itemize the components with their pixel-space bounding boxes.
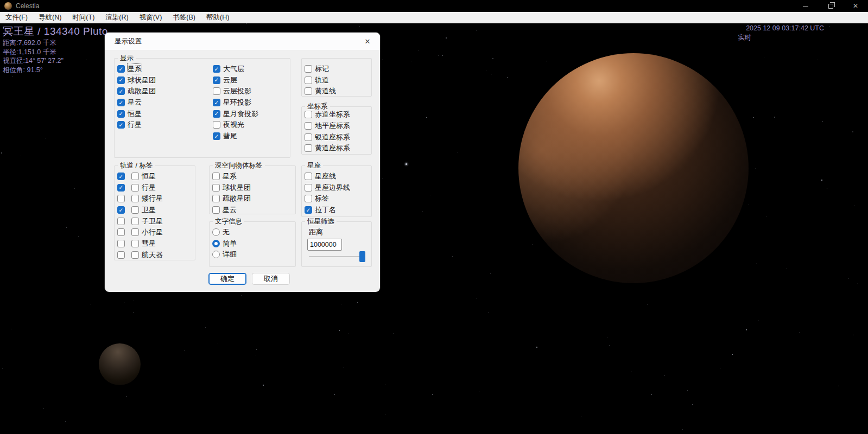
checkbox[interactable] [117, 110, 125, 118]
menu-render[interactable]: 渲染(R) [100, 12, 134, 23]
minimize-button[interactable] [793, 0, 818, 12]
checkbox-row-comettails[interactable]: 彗尾 [210, 131, 290, 142]
checkbox-row-nightlights[interactable]: 夜视光 [210, 119, 290, 131]
checkbox[interactable] [213, 65, 220, 73]
checkbox-row-eclipseshadows[interactable]: 星月食投影 [210, 108, 290, 119]
label-checkbox[interactable] [131, 228, 139, 236]
checkbox[interactable] [305, 173, 312, 180]
checkbox-row-openclusters[interactable]: 疏散星团 [115, 86, 210, 97]
checkbox-row-globulars[interactable]: 球状星团 [115, 74, 210, 86]
checkbox[interactable] [305, 133, 312, 141]
planet-pluto[interactable] [518, 53, 749, 283]
checkbox[interactable] [305, 206, 312, 214]
menu-bookmarks[interactable]: 书签(B) [167, 12, 201, 23]
orbit-label-row-planets[interactable]: 行星 [115, 182, 195, 193]
checkbox[interactable] [305, 144, 312, 152]
label-checkbox[interactable] [131, 251, 139, 259]
checkbox[interactable] [117, 87, 125, 95]
orbit-label-row-stars[interactable]: 恒星 [115, 171, 195, 182]
checkbox-row-constellation-borders[interactable]: 星座边界线 [302, 182, 371, 193]
checkbox-row-cloudshadows[interactable]: 云层投影 [210, 86, 290, 97]
restore-button[interactable] [818, 0, 843, 12]
checkbox[interactable] [305, 184, 312, 192]
checkbox[interactable] [213, 87, 220, 95]
orbit-checkbox[interactable] [117, 251, 125, 259]
checkbox-row-ringshadows[interactable]: 星环投影 [210, 97, 290, 108]
checkbox-row-galaxies[interactable]: 星系 [115, 63, 210, 75]
menu-help[interactable]: 帮助(H) [201, 12, 235, 23]
checkbox[interactable] [213, 132, 220, 140]
distance-slider-handle[interactable] [359, 251, 365, 262]
close-button[interactable]: ✕ [843, 0, 868, 12]
orbit-label-row-dwarfplanets[interactable]: 矮行星 [115, 193, 195, 205]
label-checkbox[interactable] [131, 195, 139, 202]
orbit-label-row-comets[interactable]: 彗星 [115, 238, 195, 250]
checkbox-row-ecliptic[interactable]: 黄道线 [302, 86, 371, 97]
checkbox-row-orbits[interactable]: 轨道 [302, 74, 371, 86]
checkbox[interactable] [117, 99, 125, 106]
checkbox[interactable] [305, 111, 312, 118]
checkbox[interactable] [212, 206, 220, 214]
checkbox-row-horizontal[interactable]: 地平座标系 [302, 120, 371, 132]
radio-button[interactable] [212, 228, 220, 236]
orbit-checkbox[interactable] [117, 228, 125, 236]
checkbox-row-constellation-lines[interactable]: 星座线 [302, 171, 371, 182]
label-checkbox[interactable] [131, 206, 139, 214]
checkbox-row-dso-galaxies[interactable]: 星系 [210, 171, 295, 182]
checkbox-row-atmospheres[interactable]: 大气层 [210, 63, 290, 75]
orbit-checkbox[interactable] [117, 173, 125, 180]
orbit-checkbox[interactable] [117, 195, 125, 202]
menu-time[interactable]: 时间(T) [67, 12, 100, 23]
label-checkbox[interactable] [131, 173, 139, 180]
distance-input[interactable] [307, 239, 342, 251]
cancel-button[interactable]: 取消 [252, 273, 290, 285]
radio-button[interactable] [212, 251, 220, 258]
checkbox[interactable] [213, 76, 220, 84]
label-checkbox[interactable] [131, 240, 139, 247]
radio-row-none[interactable]: 无 [210, 227, 295, 238]
label-checkbox[interactable] [131, 218, 139, 225]
checkbox[interactable] [213, 121, 220, 129]
checkbox-row-nebulae[interactable]: 星云 [115, 97, 210, 108]
checkbox[interactable] [117, 65, 125, 73]
checkbox[interactable] [117, 76, 125, 84]
orbit-label-row-asteroids[interactable]: 小行星 [115, 227, 195, 238]
checkbox-row-planets[interactable]: 行星 [115, 119, 210, 131]
checkbox[interactable] [212, 173, 220, 180]
checkbox-row-galactic[interactable]: 银道座标系 [302, 131, 371, 143]
menu-view[interactable]: 视窗(V) [134, 12, 168, 23]
radio-row-verbose[interactable]: 详细 [210, 249, 295, 260]
checkbox-row-dso-openclusters[interactable]: 疏散星团 [210, 193, 295, 205]
checkbox-row-dso-nebulae[interactable]: 星云 [210, 205, 295, 216]
checkbox-row-constellation-labels[interactable]: 标签 [302, 193, 371, 205]
dialog-titlebar[interactable]: 显示设置 ✕ [105, 33, 380, 50]
checkbox[interactable] [213, 110, 220, 118]
orbit-label-row-minormoons[interactable]: 子卫星 [115, 215, 195, 227]
moon-charon[interactable] [99, 343, 141, 385]
checkbox[interactable] [212, 184, 220, 192]
checkbox-row-dso-globulars[interactable]: 球状星团 [210, 182, 295, 193]
menu-file[interactable]: 文件(F) [0, 12, 33, 23]
radio-button[interactable] [212, 240, 220, 247]
checkbox[interactable] [213, 99, 220, 106]
orbit-checkbox[interactable] [117, 184, 125, 192]
orbit-checkbox[interactable] [117, 240, 125, 247]
orbit-checkbox[interactable] [117, 218, 125, 225]
menu-navigation[interactable]: 导航(N) [33, 12, 67, 23]
checkbox-row-clouds[interactable]: 云层 [210, 74, 290, 86]
dialog-close-button[interactable]: ✕ [363, 36, 372, 46]
checkbox[interactable] [117, 121, 125, 129]
checkbox[interactable] [305, 195, 312, 202]
checkbox-row-markers[interactable]: 标记 [302, 63, 371, 75]
checkbox[interactable] [212, 195, 220, 202]
checkbox[interactable] [305, 122, 312, 130]
checkbox-row-eclipticcoord[interactable]: 黄道座标系 [302, 143, 371, 154]
orbit-checkbox[interactable] [117, 206, 125, 214]
ok-button[interactable]: 确定 [208, 273, 246, 285]
label-checkbox[interactable] [131, 184, 139, 192]
distance-slider-track[interactable] [309, 256, 365, 257]
checkbox-row-stars[interactable]: 恒星 [115, 108, 210, 119]
checkbox[interactable] [305, 87, 312, 95]
orbit-label-row-spacecraft[interactable]: 航天器 [115, 249, 195, 260]
checkbox[interactable] [305, 76, 312, 84]
